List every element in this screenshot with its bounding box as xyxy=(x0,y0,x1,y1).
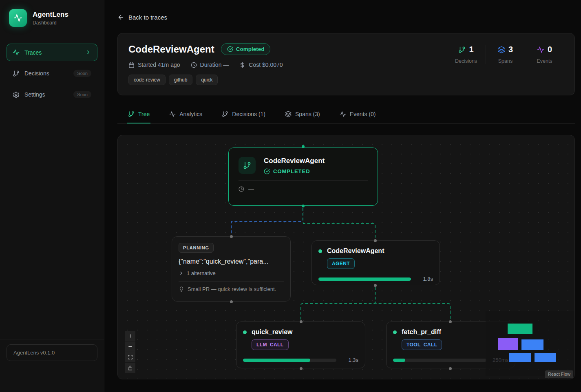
decision-code: {"name":"quick_review","para... xyxy=(179,258,284,265)
node-planning-decision[interactable]: PLANNING {"name":"quick_review","para...… xyxy=(172,236,291,302)
activity-icon xyxy=(169,111,176,117)
lightbulb-icon xyxy=(179,286,184,292)
sidebar-item-settings[interactable]: Settings Soon xyxy=(7,86,97,104)
back-link-label: Back to traces xyxy=(128,14,167,21)
zoom-out-button[interactable] xyxy=(125,341,135,352)
gear-icon xyxy=(13,91,20,98)
trace-title: CodeReviewAgent xyxy=(128,44,214,55)
sidebar-item-traces[interactable]: Traces xyxy=(7,44,97,61)
stat-label: Spans xyxy=(486,58,525,64)
sidebar-item-label: Traces xyxy=(24,49,80,56)
duration-label: 1.3s xyxy=(341,357,358,363)
node-handle xyxy=(449,320,452,323)
edge-agent-tool xyxy=(375,287,450,319)
node-title: CodeReviewAgent xyxy=(264,157,325,165)
check-circle-icon xyxy=(227,46,233,52)
planning-badge: PLANNING xyxy=(179,243,214,253)
node-duration: — xyxy=(239,186,368,192)
node-handle xyxy=(302,205,305,207)
layers-icon xyxy=(498,46,505,53)
tag: quick xyxy=(196,75,218,85)
tab-tree[interactable]: Tree xyxy=(127,107,150,123)
node-root-codereviewagent[interactable]: CodeReviewAgent COMPLETED — xyxy=(228,148,378,206)
edge-root-agent xyxy=(303,208,375,238)
app-logo-icon xyxy=(9,9,27,27)
status-label: Completed xyxy=(236,46,265,52)
app-title: AgentLens xyxy=(33,11,68,19)
git-branch-icon xyxy=(13,70,20,77)
arrow-left-icon xyxy=(117,14,124,21)
node-handle xyxy=(374,284,377,287)
stat-events: 0 Events xyxy=(525,45,564,64)
git-branch-icon xyxy=(458,46,466,53)
check-circle-icon xyxy=(264,168,270,174)
minimap-node-agent xyxy=(521,339,543,350)
node-handle xyxy=(230,300,233,303)
tags-row: code-review github quick xyxy=(128,75,564,85)
minimap-node-root xyxy=(508,324,532,334)
alternatives-expander[interactable]: 1 alternative xyxy=(179,270,284,276)
trace-header-card: CodeReviewAgent Completed Started 41m ag… xyxy=(117,33,575,95)
node-status: COMPLETED xyxy=(264,168,325,174)
flow-canvas[interactable]: CodeReviewAgent COMPLETED — PLANNING {"n… xyxy=(117,135,575,379)
node-handle xyxy=(374,239,377,242)
status-badge: Completed xyxy=(221,43,271,55)
node-handle xyxy=(449,367,452,370)
react-flow-attribution: React Flow xyxy=(545,370,573,378)
minus-icon xyxy=(128,344,133,349)
stat-value: 1 xyxy=(469,45,473,54)
app-subtitle: Dashboard xyxy=(33,20,68,26)
span-type-badge: TOOL_CALL xyxy=(402,339,442,350)
sidebar-item-decisions[interactable]: Decisions Soon xyxy=(7,64,97,82)
tab-analytics[interactable]: Analytics xyxy=(168,107,203,123)
node-title: quick_review xyxy=(252,328,293,336)
minimap-node-llm xyxy=(509,353,531,362)
status-dot xyxy=(243,330,247,334)
git-branch-icon xyxy=(239,157,256,174)
cost-meta: Cost $0.0070 xyxy=(239,62,283,68)
decision-reason: Small PR — quick review is sufficient. xyxy=(179,286,284,292)
minimap-node-tool xyxy=(535,353,556,362)
edge-root-planning xyxy=(231,208,303,236)
stat-spans: 3 Spans xyxy=(486,45,525,64)
activity-icon xyxy=(537,46,544,53)
tab-events[interactable]: Events (0) xyxy=(339,107,377,123)
duration-meta: Duration — xyxy=(191,62,229,68)
back-to-traces-link[interactable]: Back to traces xyxy=(117,14,167,21)
activity-icon xyxy=(13,49,20,56)
tab-spans[interactable]: Spans (3) xyxy=(284,107,321,123)
node-handle xyxy=(300,320,303,323)
duration-bar xyxy=(243,359,336,362)
tag: code-review xyxy=(128,75,166,85)
chevron-right-icon xyxy=(85,49,91,55)
zoom-in-button[interactable] xyxy=(125,331,135,341)
fit-view-button[interactable] xyxy=(125,352,135,363)
node-handle xyxy=(230,235,233,238)
layers-icon xyxy=(285,111,292,117)
flow-controls xyxy=(125,331,135,373)
duration-label: 1.8s xyxy=(416,276,433,282)
stat-label: Decisions xyxy=(446,58,486,64)
lock-button[interactable] xyxy=(125,363,135,373)
trace-stats: 1 Decisions 3 Spans 0 Events xyxy=(446,45,564,64)
sidebar-item-label: Settings xyxy=(24,91,68,98)
sidebar-item-label: Decisions xyxy=(24,70,68,77)
lock-icon xyxy=(128,366,133,370)
node-agent-codereviewagent[interactable]: CodeReviewAgent AGENT 1.8s xyxy=(311,240,440,285)
flow-minimap[interactable] xyxy=(486,311,575,376)
brand: AgentLens Dashboard xyxy=(0,0,104,36)
node-title: fetch_pr_diff xyxy=(402,328,441,336)
edge-agent-llm xyxy=(301,287,375,319)
status-dot xyxy=(318,249,322,253)
git-branch-icon xyxy=(222,111,228,117)
tab-decisions[interactable]: Decisions (1) xyxy=(221,107,266,123)
duration-bar xyxy=(393,359,486,362)
node-handle xyxy=(300,367,303,370)
started-meta: Started 41m ago xyxy=(128,62,180,68)
span-type-badge: AGENT xyxy=(327,258,355,269)
stat-label: Events xyxy=(525,58,564,64)
status-dot xyxy=(393,330,397,334)
node-llm-quick-review[interactable]: quick_review LLM_CALL 1.3s xyxy=(236,322,365,368)
node-title: CodeReviewAgent xyxy=(327,247,384,255)
duration-bar xyxy=(318,277,411,281)
